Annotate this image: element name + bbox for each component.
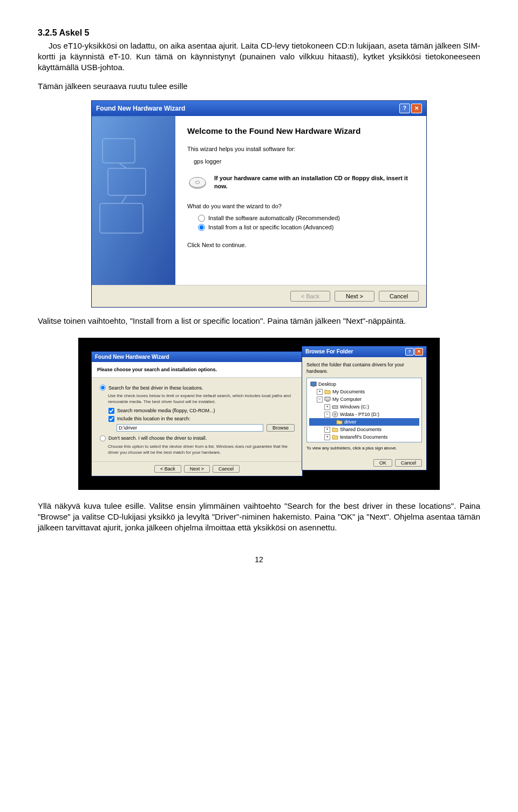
bd-help-icon[interactable]: ?: [405, 348, 414, 356]
folder-icon: [336, 419, 343, 425]
bd-title: Browse For Folder: [305, 348, 353, 356]
help-button[interactable]: ?: [399, 104, 410, 113]
tree-testar-label: testarefil's Documents: [340, 433, 387, 441]
check-removable-label: Search removable media (floppy, CD-ROM..…: [117, 407, 215, 414]
search-options-wizard: Found New Hardware Wizard Please choose …: [91, 351, 303, 476]
check-include-label: Include this location in the search:: [117, 415, 190, 422]
svg-rect-10: [312, 386, 315, 387]
expander-icon[interactable]: −: [324, 412, 330, 418]
expander-icon[interactable]: +: [324, 434, 330, 440]
sw-next-button[interactable]: Next >: [184, 465, 210, 473]
tree-desktop-label: Desktop: [318, 380, 336, 388]
tree-mycomp-label: My Computer: [332, 395, 362, 403]
window-title: Found New Hardware Wizard: [96, 104, 185, 113]
cancel-button[interactable]: Cancel: [379, 291, 419, 302]
tree-d-label: Wdata - PT10 (D:): [340, 411, 379, 418]
radio-dont-input[interactable]: [100, 435, 106, 441]
bd-sub-hint: To view any subfolders, click a plus sig…: [306, 446, 422, 452]
cd-icon: [187, 172, 208, 193]
paragraph-4: Yllä näkyvä kuva tulee esille. Valitse e…: [38, 501, 480, 534]
sw-titlebar: Found New Hardware Wizard: [92, 352, 302, 363]
paragraph-1: Jos eT10-yksikkösi on ladattu, on aika a…: [38, 40, 480, 73]
tree-driver-folder[interactable]: driver: [309, 418, 419, 426]
screenshot-2: Found New Hardware Wizard Please choose …: [78, 338, 440, 490]
drive-icon: [332, 404, 338, 410]
radio-auto-input[interactable]: [198, 215, 205, 222]
radio-auto[interactable]: Install the software automatically (Reco…: [198, 214, 414, 222]
radio-auto-label: Install the software automatically (Reco…: [208, 214, 340, 222]
svg-point-15: [335, 414, 336, 415]
svg-rect-0: [92, 117, 175, 284]
svg-point-8: [195, 181, 200, 183]
svg-rect-11: [325, 397, 330, 400]
radio-dont-search[interactable]: Don't search. I will choose the driver t…: [99, 435, 295, 442]
paragraph-3: Valitse toinen vaihtoehto, "Install from…: [38, 316, 480, 326]
check-include-location[interactable]: Include this location in the search:: [108, 415, 295, 422]
device-name: gps logger: [194, 158, 414, 166]
dont-hint: Choose this option to select the device …: [108, 444, 295, 456]
svg-rect-12: [326, 401, 329, 402]
back-button[interactable]: < Back: [290, 291, 330, 302]
paragraph-2: Tämän jälkeen seuraava ruutu tulee esill…: [38, 81, 480, 92]
expander-icon[interactable]: +: [324, 427, 330, 433]
sw-header: Please choose your search and installati…: [92, 362, 302, 378]
radio-dont-label: Don't search. I will choose the driver t…: [108, 435, 207, 441]
screenshot-1: Found New Hardware Wizard ? ✕: [38, 100, 480, 308]
svg-rect-9: [311, 382, 316, 386]
check-include-input[interactable]: [108, 416, 114, 422]
check-removable[interactable]: Search removable media (floppy, CD-ROM..…: [108, 407, 295, 414]
tree-d-drive[interactable]: − Wdata - PT10 (D:): [309, 411, 419, 418]
page-number: 12: [38, 555, 480, 565]
folder-icon: [332, 426, 338, 433]
expander-icon[interactable]: −: [317, 397, 323, 402]
wizard-heading: Welcome to the Found New Hardware Wizard: [187, 126, 414, 137]
radio-search-best-label: Search for the best driver in these loca…: [108, 385, 203, 391]
browse-folder-dialog: Browse For Folder ? ✕ Select the folder …: [302, 346, 427, 470]
tree-mydocs-label: My Documents: [332, 388, 365, 395]
radio-advanced[interactable]: Install from a list or specific location…: [198, 223, 414, 231]
check-removable-input[interactable]: [108, 408, 114, 414]
radio-search-best-input[interactable]: [100, 385, 106, 391]
section-heading: 3.2.5 Askel 5: [38, 27, 480, 39]
bd-ok-button[interactable]: OK: [373, 459, 392, 467]
radio-advanced-input[interactable]: [198, 224, 205, 231]
wizard-intro: This wizard helps you install software f…: [187, 145, 414, 153]
wizard-sidebar-image: [92, 116, 175, 285]
folder-tree[interactable]: Desktop + My Documents − My Computer + W…: [306, 378, 422, 442]
next-button[interactable]: Next >: [335, 291, 374, 302]
radio-search-best[interactable]: Search for the best driver in these loca…: [99, 384, 295, 391]
search-hint: Use the check boxes below to limit or ex…: [108, 393, 295, 405]
path-input[interactable]: [117, 424, 263, 432]
close-button[interactable]: ✕: [411, 104, 422, 113]
desktop-icon: [310, 381, 317, 387]
folder-icon: [324, 388, 331, 395]
expander-icon[interactable]: +: [317, 389, 323, 395]
sw-back-button[interactable]: < Back: [154, 465, 181, 473]
radio-advanced-label: Install from a list or specific location…: [208, 223, 333, 231]
tree-shared-label: Shared Documents: [340, 426, 381, 433]
bd-close-icon[interactable]: ✕: [414, 348, 423, 356]
tree-testar[interactable]: + testarefil's Documents: [309, 433, 419, 441]
tree-desktop[interactable]: Desktop: [309, 380, 419, 388]
click-next-hint: Click Next to continue.: [187, 241, 414, 249]
tree-c-label: Windows (C:): [340, 403, 369, 411]
tree-c-drive[interactable]: + Windows (C:): [309, 403, 419, 411]
tree-mycomp[interactable]: − My Computer: [309, 395, 419, 403]
bd-cancel-button[interactable]: Cancel: [395, 459, 422, 467]
wizard-question: What do you want the wizard to do?: [187, 202, 414, 210]
tree-driver-label: driver: [344, 418, 357, 426]
titlebar: Found New Hardware Wizard ? ✕: [92, 101, 426, 116]
sw-cancel-button[interactable]: Cancel: [213, 465, 240, 473]
computer-icon: [324, 396, 331, 402]
folder-icon: [332, 434, 338, 440]
cd-hint: If your hardware came with an installati…: [214, 174, 414, 190]
expander-icon[interactable]: +: [324, 404, 330, 410]
bd-prompt: Select the folder that contains drivers …: [306, 361, 422, 374]
tree-mydocs[interactable]: + My Documents: [309, 388, 419, 395]
tree-shared[interactable]: + Shared Documents: [309, 426, 419, 433]
svg-rect-13: [332, 406, 338, 408]
wizard-window: Found New Hardware Wizard ? ✕: [91, 100, 427, 308]
browse-button[interactable]: Browse: [267, 424, 295, 432]
cd-drive-icon: [332, 411, 338, 418]
